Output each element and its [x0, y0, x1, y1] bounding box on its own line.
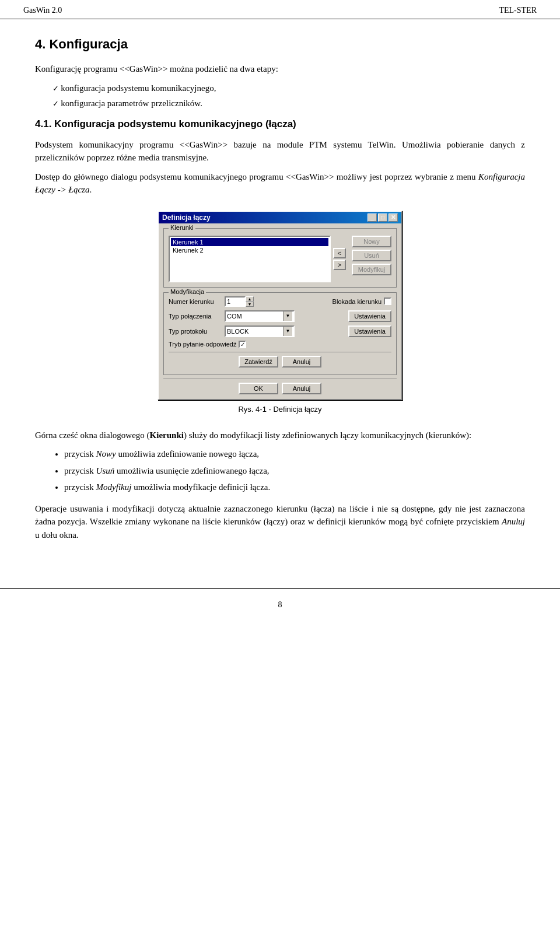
zatwierdz-button[interactable]: Zatwierdź — [239, 356, 278, 368]
blokada-checkbox[interactable] — [384, 298, 391, 305]
typ-polaczenia-value: COM — [227, 313, 283, 320]
page-number: 8 — [278, 600, 282, 609]
section41-para2: Dostęp do głównego dialogu podsystemu ko… — [35, 170, 525, 197]
dialog-title: Definicja łączy — [162, 214, 211, 222]
typ-polaczenia-combo[interactable]: COM ▼ — [225, 310, 295, 322]
section41-heading: 4.1. Konfiguracja podsystemu komunikacyj… — [35, 118, 525, 130]
anuluj1-button[interactable]: Anuluj — [282, 356, 321, 368]
modyfikacja-group-label: Modyfikacja — [169, 288, 206, 295]
modyfikacja-group: Modyfikacja Numer kierunku ▲ ▼ — [163, 292, 397, 375]
list-item: konfiguracja podsystemu komunikacyjnego, — [52, 82, 525, 95]
typ-polaczenia-row: Typ połączenia COM ▼ Ustawienia — [169, 310, 391, 322]
dialog-titlebar: Definicja łączy _ □ ✕ — [159, 212, 401, 223]
ok-button[interactable]: OK — [239, 383, 278, 394]
nowy-button[interactable]: Nowy — [352, 236, 391, 247]
bullet-item-modyfikuj: przycisk Modyfikuj umożliwia modyfikacje… — [64, 481, 525, 494]
tryb-checkbox[interactable]: ✓ — [239, 341, 246, 348]
tryb-row: Tryb pytanie-odpowiedź ✓ — [169, 341, 391, 348]
side-buttons: Nowy Usuń Modyfikuj — [352, 236, 391, 282]
description-para2: Operacje usuwania i modyfikacji dotyczą … — [35, 502, 525, 542]
arrow-down-button[interactable]: > — [333, 260, 346, 270]
dialog-separator — [163, 379, 397, 379]
spin-up-button[interactable]: ▲ — [246, 296, 254, 302]
app-title: GasWin 2.0 — [23, 6, 62, 15]
numer-blokada-row: Numer kierunku ▲ ▼ Blokada kierunku — [169, 296, 391, 307]
list-item: konfiguracja parametrów przeliczników. — [52, 97, 525, 110]
description-para1: Górna cześć okna dialogowego (Kierunki) … — [35, 429, 525, 442]
anuluj-button[interactable]: Anuluj — [282, 383, 321, 394]
typ-protokolu-settings-button[interactable]: Ustawienia — [348, 326, 391, 337]
list-item-kierunek1[interactable]: Kierunek 1 — [171, 238, 328, 246]
page-content: 4. Konfiguracja Konfigurację programu <<… — [0, 19, 560, 570]
bullet-item-nowy: przycisk Nowy umożliwia zdefiniowanie no… — [64, 447, 525, 461]
typ-protokolu-label: Typ protokołu — [169, 328, 221, 335]
list-item-kierunek2[interactable]: Kierunek 2 — [171, 246, 328, 254]
typ-polaczenia-settings-button[interactable]: Ustawienia — [348, 310, 391, 322]
company-name: TEL-STER — [499, 6, 537, 15]
blokada-row: Blokada kierunku — [332, 298, 391, 305]
modyfikuj-button[interactable]: Modyfikuj — [352, 264, 391, 275]
figure-caption: Rys. 4-1 - Definicja łączy — [238, 405, 321, 414]
page-footer: 8 — [0, 588, 560, 621]
kierunki-group-label: Kierunki — [169, 224, 195, 231]
close-button[interactable]: ✕ — [388, 214, 398, 222]
maximize-button[interactable]: □ — [378, 214, 387, 222]
description-list: przycisk Nowy umożliwia zdefiniowanie no… — [64, 447, 525, 494]
dialog-box[interactable]: Definicja łączy _ □ ✕ Kierunki Kierunek … — [158, 211, 402, 400]
spin-buttons: ▲ ▼ — [246, 296, 254, 307]
typ-polaczenia-label: Typ połączenia — [169, 313, 221, 320]
section41-para1-text: Podsystem komunikacyjny programu <<GasWi… — [35, 140, 525, 163]
kierunki-list[interactable]: Kierunek 1 Kierunek 2 — [169, 236, 331, 282]
minimize-button[interactable]: _ — [368, 214, 377, 222]
separator — [169, 352, 391, 352]
typ-polaczenia-arrow[interactable]: ▼ — [283, 312, 292, 321]
typ-protokolu-arrow[interactable]: ▼ — [283, 327, 292, 336]
tryb-label: Tryb pytanie-odpowiedź — [169, 341, 236, 348]
ok-row: OK Anuluj — [163, 383, 397, 394]
numer-kierunku-input[interactable] — [225, 296, 246, 307]
typ-protokolu-combo[interactable]: BLOCK ▼ — [225, 326, 295, 337]
section41-para1: Podsystem komunikacyjny programu <<GasWi… — [35, 138, 525, 164]
usun-button[interactable]: Usuń — [352, 250, 391, 261]
section4-heading: 4. Konfiguracja — [35, 37, 525, 52]
numer-kierunku-label: Numer kierunku — [169, 298, 221, 305]
typ-protokolu-row: Typ protokołu BLOCK ▼ Ustawienia — [169, 326, 391, 337]
bullet-item-usun: przycisk Usuń umożliwia usunięcie zdefin… — [64, 464, 525, 478]
section4-list: konfiguracja podsystemu komunikacyjnego,… — [52, 82, 525, 110]
blokada-kierunku-label: Blokada kierunku — [332, 298, 382, 305]
typ-protokolu-value: BLOCK — [227, 328, 283, 335]
spin-down-button[interactable]: ▼ — [246, 302, 254, 307]
page-header: GasWin 2.0 TEL-STER — [0, 0, 560, 19]
kierunki-content: Kierunek 1 Kierunek 2 < > Nowy Usuń Mody… — [169, 236, 391, 282]
arrow-up-button[interactable]: < — [333, 248, 346, 258]
kierunki-group: Kierunki Kierunek 1 Kierunek 2 < > Nowy — [163, 228, 397, 288]
arrow-buttons: < > — [333, 236, 346, 282]
titlebar-buttons: _ □ ✕ — [368, 214, 398, 222]
zatwierdz-row: Zatwierdź Anuluj — [169, 356, 391, 368]
dialog-body: Kierunki Kierunek 1 Kierunek 2 < > Nowy — [159, 223, 401, 399]
section4-intro: Konfigurację programu <<GasWin>> można p… — [35, 62, 525, 76]
dialog-wrapper: Definicja łączy _ □ ✕ Kierunki Kierunek … — [35, 211, 525, 423]
